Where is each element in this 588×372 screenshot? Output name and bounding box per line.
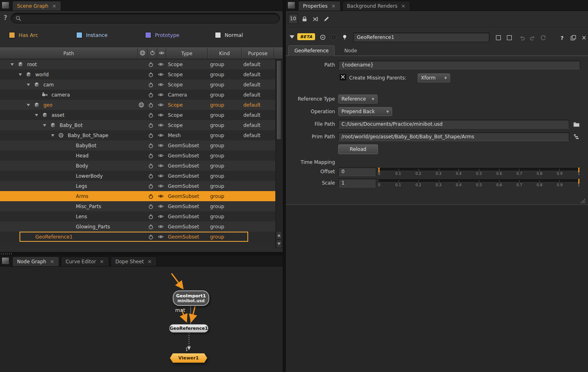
column-header-purpose[interactable]: Purpose [242, 48, 274, 59]
node-georeference1[interactable]: GeoReference1 [169, 324, 208, 333]
eye-icon[interactable] [157, 110, 164, 120]
timeline-groove[interactable] [378, 179, 580, 183]
collapse-node-icon[interactable] [290, 35, 294, 39]
scene-graph-row-root[interactable]: rootScopegroupdefault [0, 59, 275, 69]
power-icon[interactable] [148, 171, 154, 181]
expander-icon[interactable] [17, 73, 24, 76]
lock-icon[interactable] [300, 15, 309, 23]
power-icon[interactable] [148, 201, 154, 211]
reload-button[interactable]: Reload [338, 144, 378, 154]
history-count-field[interactable]: 10 [288, 13, 298, 24]
panel-drag-handle-icon[interactable] [288, 2, 295, 9]
column-header-active[interactable] [148, 48, 157, 59]
browse-folder-icon[interactable] [571, 120, 582, 129]
scrollbar-thumb[interactable] [277, 60, 281, 140]
scene-graph-row-asset[interactable]: assetScopegroupdefault [0, 110, 275, 120]
scale-timeline[interactable]: 00.10.20.30.40.50.60.70.80.91 [378, 178, 580, 189]
close-tab-icon[interactable]: × [331, 3, 336, 9]
eye-icon[interactable] [157, 151, 164, 161]
scene-graph-row-Head[interactable]: HeadGeomSubsetgroup [0, 151, 275, 161]
eye-icon[interactable] [157, 59, 164, 69]
scene-graph-row-Body[interactable]: BodyGeomSubsetgroup [0, 161, 275, 171]
scene-graph-row-BabyBot[interactable]: BabyBotGeomSubsetgroup [0, 140, 275, 151]
scene-graph-row-Misc_Parts[interactable]: Misc_PartsGeomSubsetgroup [0, 201, 275, 211]
close-tab-icon[interactable]: × [401, 3, 406, 9]
tab-georeference[interactable]: GeoReference [288, 45, 335, 56]
view-flag-icon[interactable] [318, 33, 327, 42]
scene-graph-row-LowerBody[interactable]: LowerBodyGeomSubsetgroup [0, 171, 275, 181]
scene-graph-scrollbar[interactable] [275, 59, 282, 248]
scene-graph-row-geo[interactable]: geoScopegroupdefault [0, 100, 275, 110]
node-graph-canvas[interactable]: GeoImport1 minibot.usd mat GeoReference1… [0, 267, 283, 372]
eye-icon[interactable] [157, 120, 164, 130]
eye-icon[interactable] [157, 161, 164, 171]
expander-icon[interactable] [9, 63, 15, 66]
power-icon[interactable] [148, 59, 154, 69]
close-tab-icon[interactable]: × [50, 259, 54, 264]
scene-graph-row-GeoReference1[interactable]: GeoReference1GeomSubsetgroup [0, 232, 275, 242]
power-icon[interactable] [148, 100, 154, 110]
scene-graph-row-cam[interactable]: camScopegroupdefault [0, 80, 275, 90]
reset-icon[interactable] [539, 34, 547, 42]
power-icon[interactable] [148, 151, 154, 161]
eye-icon[interactable] [157, 130, 164, 140]
help-icon[interactable]: ? [558, 34, 566, 42]
unlink-icon[interactable] [311, 15, 320, 23]
resize-grip-icon[interactable] [580, 198, 586, 204]
column-header-visibility[interactable] [157, 48, 166, 59]
file-path-input[interactable]: C:/Users/Documents/Practice/minibot.usd [338, 120, 569, 129]
expander-icon[interactable] [33, 114, 40, 116]
eye-icon[interactable] [157, 201, 164, 211]
scene-graph-row-Arms[interactable]: ArmsGeomSubsetgroup [0, 191, 275, 201]
column-header-path[interactable]: Path [0, 48, 138, 59]
timeline-groove[interactable] [378, 168, 580, 171]
prim-path-input[interactable]: /root/world/geo/asset/Baby_Bot/Baby_Bot_… [338, 132, 569, 141]
close-tab-icon[interactable]: × [100, 259, 104, 264]
reference-type-dropdown[interactable]: Reference▼ [338, 95, 378, 103]
eye-icon[interactable] [157, 171, 164, 181]
eye-icon[interactable] [157, 100, 164, 110]
expander-icon[interactable] [25, 104, 32, 106]
eye-icon[interactable] [157, 181, 164, 191]
help-icon[interactable]: ? [4, 14, 7, 22]
scroll-up-button[interactable] [276, 231, 282, 239]
panel-drag-handle-icon[interactable] [2, 257, 9, 264]
power-icon[interactable] [148, 161, 154, 171]
power-icon[interactable] [148, 211, 154, 221]
tab-node-graph[interactable]: Node Graph × [12, 256, 59, 266]
expander-icon[interactable] [25, 84, 32, 86]
eye-icon[interactable] [157, 191, 164, 201]
expander-icon[interactable] [49, 134, 56, 137]
scene-graph-row-camera[interactable]: cameraCameragroupdefault [0, 90, 275, 100]
power-icon[interactable] [148, 130, 154, 140]
edit-pencil-icon[interactable] [322, 15, 331, 23]
popout-icon[interactable] [569, 34, 577, 42]
power-icon[interactable] [148, 232, 154, 242]
tab-dope-sheet[interactable]: Dope Sheet × [111, 256, 157, 266]
redo-icon[interactable] [528, 34, 536, 42]
eye-icon[interactable] [157, 90, 164, 100]
power-icon[interactable] [148, 80, 154, 90]
eye-icon[interactable] [157, 80, 164, 90]
panel-option-a-icon[interactable] [494, 34, 502, 42]
column-header-arc[interactable] [138, 48, 148, 59]
tab-scene-graph[interactable]: Scene Graph × [12, 1, 61, 11]
power-icon[interactable] [148, 120, 154, 130]
expander-icon[interactable] [41, 124, 48, 127]
scene-graph-search-input[interactable] [11, 13, 280, 24]
eye-icon[interactable] [157, 211, 164, 221]
power-icon[interactable] [148, 90, 154, 100]
eye-icon[interactable] [157, 232, 164, 242]
tab-properties[interactable]: Properties × [298, 1, 341, 11]
vertical-splitter[interactable] [283, 0, 286, 372]
create-missing-checkbox[interactable] [340, 74, 346, 80]
debug-flag-icon[interactable] [329, 33, 338, 42]
offset-timeline[interactable]: 00.10.20.30.40.50.60.70.80.91 [378, 167, 580, 178]
column-header-type[interactable]: Type [166, 48, 208, 59]
operation-dropdown[interactable]: Prepend Back▼ [338, 107, 392, 116]
scene-graph-row-Legs[interactable]: LegsGeomSubsetgroup [0, 181, 275, 191]
power-icon[interactable] [148, 191, 154, 201]
close-icon[interactable]: × [580, 34, 588, 42]
scroll-down-button[interactable] [276, 240, 282, 248]
power-icon[interactable] [148, 140, 154, 151]
